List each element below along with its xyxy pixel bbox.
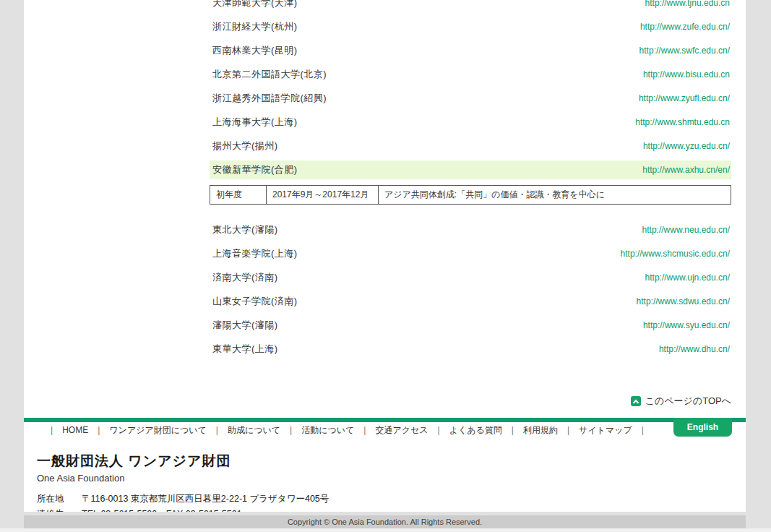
- university-name: 天津師範大学(天津): [212, 0, 298, 9]
- chevron-up-icon: [631, 396, 641, 406]
- page-content: 天津師範大学(天津) http://www.tjnu.edu.cn 浙江財経大学…: [24, 0, 746, 512]
- university-link[interactable]: http://www.sdwu.edu.cn/: [637, 296, 730, 306]
- first-year-detail-table: 初年度 2017年9月～2017年12月 アジア共同体創成:「共同」の価値・認識…: [210, 185, 731, 205]
- back-to-top-link[interactable]: このページのTOPへ: [631, 394, 731, 408]
- university-name: 山東女子学院(済南): [212, 295, 298, 308]
- table-row: 山東女子学院(済南) http://www.sdwu.edu.cn/: [210, 289, 731, 313]
- detail-label-cell: 初年度: [210, 186, 267, 205]
- university-link[interactable]: http://www.bisu.edu.cn: [643, 69, 730, 80]
- university-name: 済南大学(済南): [212, 271, 278, 284]
- address-label: 所在地: [37, 493, 70, 505]
- back-to-top-label: このページのTOPへ: [645, 395, 731, 408]
- university-link[interactable]: http://www.syu.edu.cn/: [643, 320, 730, 330]
- university-list-bottom: 東北大学(瀋陽) http://www.neu.edu.cn/ 上海音楽学院(上…: [210, 218, 731, 361]
- university-link[interactable]: http://www.zyufl.edu.cn/: [639, 93, 730, 103]
- footer-nav-access[interactable]: 交通アクセス: [366, 424, 437, 437]
- footer-nav-about[interactable]: ワンアジア財団について: [100, 424, 216, 437]
- university-link[interactable]: http://www.yzu.edu.cn/: [643, 141, 730, 151]
- table-row: 上海音楽学院(上海) http://www.shcmusic.edu.cn/: [210, 241, 731, 265]
- english-language-button[interactable]: English: [673, 418, 732, 437]
- org-name-english: One Asia Foundation: [37, 473, 329, 484]
- university-name: 揚州大学(揚州): [212, 140, 278, 153]
- table-row: 済南大学(済南) http://www.ujn.edu.cn/: [210, 265, 731, 289]
- university-name: 浙江越秀外国語学院(紹興): [212, 92, 327, 105]
- university-name: 浙江財経大学(杭州): [212, 20, 298, 33]
- footer-org-block: 一般財団法人 ワンアジア財団 One Asia Foundation 所在地 〒…: [37, 452, 329, 512]
- table-row: 浙江財経大学(杭州) http://www.zufe.edu.cn/: [210, 14, 731, 38]
- table-row: 初年度 2017年9月～2017年12月 アジア共同体創成:「共同」の価値・認識…: [210, 186, 731, 205]
- university-link[interactable]: http://www.ujn.edu.cn/: [645, 273, 730, 283]
- university-list-top: 天津師範大学(天津) http://www.tjnu.edu.cn 浙江財経大学…: [210, 0, 731, 179]
- footer-nav-home[interactable]: HOME: [53, 425, 98, 435]
- footer-nav-grants[interactable]: 助成について: [218, 424, 290, 437]
- footer-nav-activities[interactable]: 活動について: [292, 424, 363, 437]
- table-row: 西南林業大学(昆明) http://www.swfc.edu.cn/: [210, 38, 731, 62]
- university-name: 上海海事大学(上海): [212, 116, 298, 129]
- org-address-block: 所在地 〒116-0013 東京都荒川区西日暮里2-22-1 プラザタワー405…: [37, 493, 329, 512]
- address-row: 所在地 〒116-0013 東京都荒川区西日暮里2-22-1 プラザタワー405…: [37, 493, 329, 505]
- page-viewport: 天津師範大学(天津) http://www.tjnu.edu.cn 浙江財経大学…: [0, 0, 771, 532]
- footer-nav: | HOME | ワンアジア財団について | 助成について | 活動について |…: [24, 422, 671, 438]
- university-name: 東北大学(瀋陽): [212, 223, 278, 236]
- detail-period-cell: 2017年9月～2017年12月: [267, 186, 379, 205]
- footer-nav-sitemap[interactable]: サイトマップ: [569, 424, 642, 437]
- table-row: 東華大学(上海) http://www.dhu.cn/: [210, 337, 731, 361]
- university-link[interactable]: http://www.tjnu.edu.cn: [645, 0, 730, 8]
- university-list-section: 天津師範大学(天津) http://www.tjnu.edu.cn 浙江財経大学…: [210, 0, 731, 361]
- university-name: 西南林業大学(昆明): [212, 44, 298, 57]
- table-row: 上海海事大学(上海) http://www.shmtu.edu.cn: [210, 110, 731, 134]
- footer-nav-faq[interactable]: よくある質問: [440, 424, 512, 437]
- table-row: 揚州大学(揚州) http://www.yzu.edu.cn/: [210, 134, 731, 158]
- table-row: 東北大学(瀋陽) http://www.neu.edu.cn/: [210, 218, 731, 241]
- table-row: 瀋陽大学(瀋陽) http://www.syu.edu.cn/: [210, 313, 731, 337]
- table-row: 天津師範大学(天津) http://www.tjnu.edu.cn: [210, 0, 731, 14]
- table-row-highlighted: 安徽新華学院(合肥) http://www.axhu.cn/en/: [210, 160, 731, 179]
- university-link[interactable]: http://www.dhu.cn/: [659, 344, 730, 354]
- university-name: 北京第二外国語大学(北京): [212, 68, 327, 81]
- org-name-japanese: 一般財団法人 ワンアジア財団: [37, 452, 329, 471]
- university-link[interactable]: http://www.neu.edu.cn/: [642, 225, 730, 235]
- university-name: 瀋陽大学(瀋陽): [212, 319, 278, 332]
- table-row: 浙江越秀外国語学院(紹興) http://www.zyufl.edu.cn/: [210, 86, 731, 110]
- university-link[interactable]: http://www.shmtu.edu.cn: [635, 117, 730, 127]
- copyright-bar: Copyright © One Asia Foundation. All Rig…: [24, 515, 746, 528]
- university-link[interactable]: http://www.shcmusic.edu.cn/: [621, 249, 730, 259]
- nav-separator: |: [642, 425, 644, 435]
- footer-nav-terms[interactable]: 利用規約: [514, 424, 567, 437]
- university-name: 東華大学(上海): [212, 343, 278, 356]
- university-link[interactable]: http://www.zufe.edu.cn/: [640, 22, 730, 32]
- university-name: 安徽新華学院(合肥): [212, 163, 298, 176]
- bottom-strip: [0, 528, 771, 532]
- detail-theme-cell: アジア共同体創成:「共同」の価値・認識・教育を中心に: [379, 186, 731, 205]
- university-name: 上海音楽学院(上海): [212, 247, 298, 260]
- university-link[interactable]: http://www.swfc.edu.cn/: [639, 46, 730, 56]
- table-row: 北京第二外国語大学(北京) http://www.bisu.edu.cn: [210, 62, 731, 86]
- university-link[interactable]: http://www.axhu.cn/en/: [642, 165, 730, 175]
- address-value: 〒116-0013 東京都荒川区西日暮里2-22-1 プラザタワー405号: [82, 493, 329, 505]
